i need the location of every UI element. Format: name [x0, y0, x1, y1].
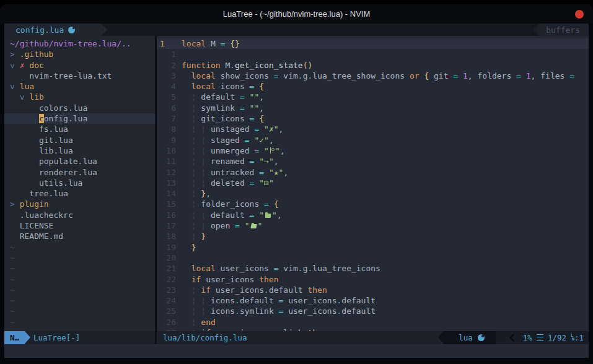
code-line[interactable]: 21 local user_icons = vim.g.lua_tree_ico…	[157, 263, 589, 274]
code-line[interactable]: 26 ¦ end	[157, 317, 589, 327]
line-number: 19	[157, 242, 176, 253]
line-number: 9	[157, 135, 176, 145]
code-line[interactable]: 4 local icons = {	[157, 81, 589, 92]
mode-indicator: N…	[4, 331, 25, 344]
tree-row[interactable]: v ✗ doc	[4, 60, 155, 71]
lua-filetype-icon	[478, 334, 485, 341]
folder-open-icon	[250, 224, 257, 228]
tree-status-label: LuaTree[-]	[33, 333, 80, 342]
tree-row[interactable]: LICENSE	[4, 220, 155, 231]
buffers-label[interactable]: buffers	[540, 24, 589, 36]
window-title: LuaTree - (~/github/nvim-tree.lua) - NVI…	[223, 9, 371, 19]
line-number: 18	[157, 231, 176, 241]
line-number: 22	[157, 274, 176, 285]
code-line[interactable]: 6 ¦ symlink = "",	[157, 103, 589, 113]
tree-row[interactable]: ~	[4, 317, 155, 327]
folder-closed-icon	[265, 214, 271, 218]
buffers-arrow-separator	[534, 24, 540, 36]
line-position: 1/92	[548, 333, 566, 342]
code-line[interactable]: 3 local show_icons = vim.g.lua_tree_show…	[157, 71, 589, 81]
code-line[interactable]: 9 ¦ ¦ staged = "✓",	[157, 135, 589, 145]
chevron-left-icon	[509, 334, 517, 342]
code-line[interactable]: 14 ¦ },	[157, 188, 589, 199]
tree-row[interactable]: .luacheckrc	[4, 210, 155, 220]
tree-row[interactable]: ~	[4, 253, 155, 263]
line-number: 10	[157, 145, 176, 156]
code-line[interactable]: 11 ¦ ¦ renamed = "→",	[157, 156, 589, 167]
file-path: lua/lib/config.lua	[157, 333, 247, 342]
code-line[interactable]: 2function M.get_icon_state()	[157, 60, 589, 71]
line-number: 7	[157, 113, 176, 124]
code-line[interactable]: 20	[157, 253, 589, 263]
filetype-label: lua	[459, 333, 473, 342]
git-branch-icon	[270, 147, 275, 154]
tree-row[interactable]: ~	[4, 274, 155, 285]
line-number: 11	[157, 156, 176, 167]
editor-window: 1local M = {}12function M.get_icon_state…	[157, 36, 589, 331]
line-number: 4	[157, 81, 176, 92]
code-line[interactable]: 7 ¦ git_icons = {	[157, 113, 589, 124]
code-line[interactable]: 5 ¦ default = "",	[157, 92, 589, 102]
code-line[interactable]: 23 ¦ if user_icons.default then	[157, 285, 589, 295]
code-line[interactable]: 16 ¦ ¦ default = "",	[157, 210, 589, 220]
titlebar: LuaTree - (~/github/nvim-tree.lua) - NVI…	[0, 4, 593, 24]
line-number: 15	[157, 199, 176, 209]
tabline: config.lua buffers	[4, 24, 589, 36]
code-line[interactable]: 22 if user_icons then	[157, 274, 589, 285]
line-number: 16	[157, 210, 176, 220]
tab-arrow-separator	[101, 24, 107, 36]
tree-row[interactable]: ~/github/nvim-tree.lua/..	[4, 38, 155, 49]
tree-row[interactable]: v lib	[4, 92, 155, 102]
code-line[interactable]: 24 ¦ ¦ icons.default = user_icons.defaul…	[157, 295, 589, 306]
filetype-segment: lua	[444, 331, 496, 344]
tree-row[interactable]: v lua	[4, 81, 155, 92]
position-segment: 1% 1/92 :1	[496, 331, 589, 344]
line-number: 12	[157, 167, 176, 178]
code-line[interactable]: 19 }	[157, 242, 589, 253]
command-line[interactable]	[4, 344, 589, 358]
tree-row[interactable]: colors.lua	[4, 103, 155, 113]
lines-icon	[537, 334, 543, 341]
tree-row[interactable]: tree.lua	[4, 188, 155, 199]
tree-row[interactable]: populate.lua	[4, 156, 155, 167]
code-line[interactable]: 10 ¦ ¦ unmerged = "",	[157, 145, 589, 156]
tree-row[interactable]: ~	[4, 295, 155, 306]
tree-row[interactable]: renderer.lua	[4, 167, 155, 178]
tree-row[interactable]: nvim-tree-lua.txt	[4, 71, 155, 81]
code-line[interactable]: 17 ¦ ¦ open = ""	[157, 220, 589, 231]
tree-row[interactable]: README.md	[4, 231, 155, 241]
statusline-right: lua 1% 1/92 :1	[444, 331, 589, 344]
tree-row[interactable]: lib.lua	[4, 145, 155, 156]
code-line[interactable]: 1local M = {}	[157, 38, 589, 49]
statusline: N… LuaTree[-] lua/lib/config.lua lua 1% …	[4, 331, 589, 344]
scroll-percent: 1%	[523, 333, 532, 342]
tree-row[interactable]: utils.lua	[4, 178, 155, 188]
tree-row[interactable]: ~	[4, 263, 155, 274]
line-number: 2	[157, 60, 176, 71]
tree-row[interactable]: ~	[4, 306, 155, 316]
code-line[interactable]: 25 ¦ ¦ icons.symlink = user_icons.defaul…	[157, 306, 589, 316]
tree-row[interactable]: > .github	[4, 49, 155, 59]
code-line[interactable]: 1	[157, 49, 589, 59]
line-number: 14	[157, 188, 176, 199]
tree-row[interactable]: fs.lua	[4, 124, 155, 134]
close-icon[interactable]	[575, 10, 584, 19]
line-number: 6	[157, 103, 176, 113]
tree-row[interactable]: config.lua	[4, 113, 155, 124]
line-number: 8	[157, 124, 176, 134]
tree-row[interactable]: > plugin	[4, 199, 155, 209]
tree-row[interactable]: ~	[4, 285, 155, 295]
line-number: 26	[157, 317, 176, 327]
line-number: 5	[157, 92, 176, 102]
app-window: LuaTree - (~/github/nvim-tree.lua) - NVI…	[0, 4, 593, 364]
tree-row[interactable]: git.lua	[4, 135, 155, 145]
terminal: config.lua buffers ~/github/nvim-tree.lu…	[4, 24, 589, 358]
code-line[interactable]: 15 ¦ folder_icons = {	[157, 199, 589, 209]
line-number: 23	[157, 285, 176, 295]
code-line[interactable]: 12 ¦ ¦ untracked = "★",	[157, 167, 589, 178]
code-line[interactable]: 8 ¦ ¦ unstaged = "✗",	[157, 124, 589, 134]
tree-row[interactable]: ~	[4, 242, 155, 253]
code-line[interactable]: 13 ¦ ¦ deleted = "⊟"	[157, 178, 589, 188]
tab-config-lua[interactable]: config.lua	[4, 24, 101, 36]
code-line[interactable]: 18 ¦ }	[157, 231, 589, 241]
